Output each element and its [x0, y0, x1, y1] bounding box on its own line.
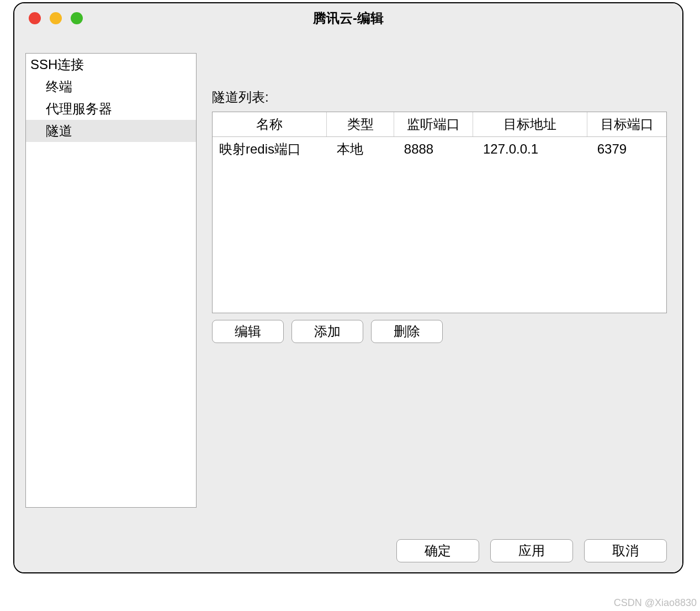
sidebar-item-terminal[interactable]: 终端 [26, 76, 196, 98]
watermark-text: CSDN @Xiao8830 [614, 597, 697, 609]
close-icon[interactable] [29, 12, 41, 24]
sidebar[interactable]: SSH连接 终端 代理服务器 隧道 [25, 53, 197, 508]
sidebar-item-tunnel[interactable]: 隧道 [26, 120, 196, 142]
window-title: 腾讯云-编辑 [14, 9, 682, 27]
apply-button[interactable]: 应用 [490, 539, 573, 562]
tunnel-list-label: 隧道列表: [212, 88, 667, 106]
add-button[interactable]: 添加 [291, 320, 363, 343]
cell-target-addr: 127.0.0.1 [473, 137, 587, 162]
cell-name: 映射redis端口 [213, 137, 327, 162]
delete-button[interactable]: 删除 [371, 320, 443, 343]
dialog-actions: 确定 应用 取消 [396, 539, 667, 562]
edit-button[interactable]: 编辑 [212, 320, 284, 343]
tunnel-table-container: 名称 类型 监听端口 目标地址 目标端口 映射redis端口 本地 8888 1 [212, 112, 667, 313]
edit-dialog-window: 腾讯云-编辑 SSH连接 终端 代理服务器 隧道 隧道列表: 名称 类型 [13, 2, 683, 573]
tunnel-actions: 编辑 添加 删除 [212, 320, 667, 343]
titlebar: 腾讯云-编辑 [14, 3, 682, 33]
col-header-name[interactable]: 名称 [213, 112, 327, 137]
content-area: SSH连接 终端 代理服务器 隧道 隧道列表: 名称 类型 监听端口 [14, 33, 682, 572]
col-header-target-addr[interactable]: 目标地址 [473, 112, 587, 137]
table-row[interactable]: 映射redis端口 本地 8888 127.0.0.1 6379 [213, 137, 666, 162]
minimize-icon[interactable] [50, 12, 62, 24]
zoom-icon[interactable] [71, 12, 83, 24]
ok-button[interactable]: 确定 [396, 539, 479, 562]
col-header-target-port[interactable]: 目标端口 [587, 112, 666, 137]
cancel-button[interactable]: 取消 [584, 539, 667, 562]
sidebar-root-ssh[interactable]: SSH连接 [26, 54, 196, 76]
traffic-lights [29, 12, 83, 24]
tunnel-table[interactable]: 名称 类型 监听端口 目标地址 目标端口 映射redis端口 本地 8888 1 [213, 112, 666, 161]
cell-listen-port: 8888 [394, 137, 473, 162]
col-header-type[interactable]: 类型 [327, 112, 394, 137]
table-header-row: 名称 类型 监听端口 目标地址 目标端口 [213, 112, 666, 137]
cell-target-port: 6379 [587, 137, 666, 162]
sidebar-item-proxy[interactable]: 代理服务器 [26, 98, 196, 120]
col-header-listen-port[interactable]: 监听端口 [394, 112, 473, 137]
cell-type: 本地 [327, 137, 394, 162]
main-panel: 隧道列表: 名称 类型 监听端口 目标地址 目标端口 [197, 33, 682, 572]
